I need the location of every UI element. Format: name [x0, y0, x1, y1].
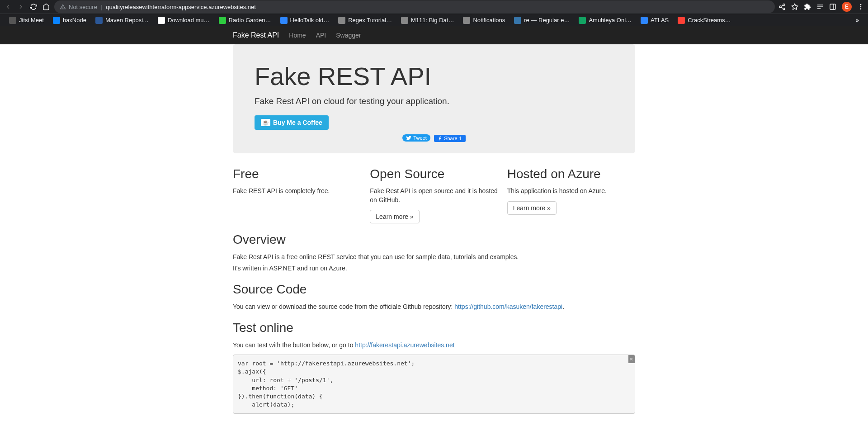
fb-share-button[interactable]: Share 1 [434, 135, 465, 142]
overview-text-2: It's written in ASP.NET and run on Azure… [233, 264, 635, 273]
bookmark-item[interactable]: M111: Big Dat… [397, 15, 458, 26]
bookmark-label: haxNode [63, 17, 86, 24]
bookmark-favicon [338, 17, 345, 24]
bookmark-item[interactable]: CrackStreams… [674, 15, 734, 26]
feature-title: Free [233, 167, 361, 181]
profile-avatar[interactable]: E [842, 2, 852, 12]
browser-chrome: Not secure | qualityreleasewithterraform… [0, 0, 868, 26]
bookmark-favicon [641, 17, 648, 24]
bookmark-favicon [158, 17, 165, 24]
overview-heading: Overview [233, 232, 635, 247]
feature-title: Hosted on Azure [507, 167, 635, 181]
bookmark-label: Regex Tutorial… [348, 17, 392, 24]
bookmark-item[interactable]: Download mu… [154, 15, 213, 26]
bookmark-favicon [463, 17, 470, 24]
page-viewport: Fake Rest API Home API Swagger Fake REST… [0, 26, 868, 440]
svg-point-1 [779, 6, 781, 8]
source-heading: Source Code [233, 282, 635, 297]
github-link[interactable]: https://github.com/kasuken/fakerestapi [454, 303, 562, 310]
extensions-icon[interactable] [804, 3, 811, 10]
toolbar-right: E [778, 2, 864, 12]
svg-marker-5 [792, 4, 797, 9]
test-heading: Test online [233, 321, 635, 335]
test-text: You can test with the button below, or g… [233, 341, 635, 350]
security-indicator: Not secure [60, 4, 97, 10]
bookmarks-overflow[interactable]: » [852, 15, 863, 25]
svg-point-0 [783, 4, 785, 5]
bookmark-favicon [678, 17, 685, 24]
bookmarks-bar: Jitsi Meet haxNode Maven Reposi… Downloa… [0, 14, 868, 26]
reading-list-icon[interactable] [816, 3, 824, 10]
site-navbar: Fake Rest API Home API Swagger [0, 26, 868, 44]
bookmark-item[interactable]: Maven Reposi… [92, 15, 152, 26]
bookmark-item[interactable]: Regex Tutorial… [335, 15, 396, 26]
page-subtitle: Fake Rest API on cloud for testing your … [255, 96, 613, 106]
features-row: FreeFake REST API is completely free.Ope… [233, 167, 635, 223]
bookmark-item[interactable]: ATLAS [637, 15, 672, 26]
svg-point-12 [860, 6, 862, 8]
bookmark-label: ATLAS [651, 17, 669, 24]
security-label: Not secure [69, 4, 97, 10]
bookmark-item[interactable]: haxNode [49, 15, 90, 26]
reload-button[interactable] [29, 2, 38, 11]
overview-section: Overview Fake Rest API is a free online … [233, 232, 635, 273]
panel-icon[interactable] [829, 3, 836, 10]
learn-more-button[interactable]: Learn more » [507, 201, 557, 215]
buy-coffee-button[interactable]: ☕ Buy Me a Coffee [255, 115, 329, 130]
test-link[interactable]: http://fakerestapi.azurewebsites.net [355, 341, 454, 349]
browser-toolbar: Not secure | qualityreleasewithterraform… [0, 0, 868, 14]
address-bar[interactable]: Not secure | qualityreleasewithterraform… [54, 0, 775, 13]
overview-text-1: Fake Rest API is a free online REST serv… [233, 252, 635, 262]
bookmark-label: Radio Garden… [229, 17, 271, 24]
menu-icon[interactable] [857, 3, 864, 10]
feature-title: Open Source [370, 167, 498, 181]
twitter-icon [406, 135, 411, 141]
bookmark-favicon [95, 17, 103, 24]
forward-button[interactable] [16, 2, 25, 11]
feature-text: Fake Rest API is open source and it is h… [370, 187, 498, 204]
learn-more-button[interactable]: Learn more » [370, 210, 419, 223]
bookmark-label: Jitsi Meet [19, 17, 44, 24]
code-corner-icon[interactable]: ⇱ [628, 355, 635, 363]
nav-api[interactable]: API [316, 32, 326, 39]
nav-home[interactable]: Home [289, 32, 306, 39]
back-button[interactable] [4, 2, 13, 11]
bookmark-item[interactable]: Jitsi Meet [5, 15, 47, 26]
bookmark-favicon [219, 17, 226, 24]
home-button[interactable] [42, 2, 51, 11]
bookmark-item[interactable]: Amubieya Onl… [575, 15, 635, 26]
bookmark-item[interactable]: Notifications [459, 15, 509, 26]
svg-line-4 [781, 5, 783, 6]
tweet-button[interactable]: Tweet [402, 134, 430, 142]
facebook-icon [438, 136, 442, 141]
bookmark-favicon [9, 17, 16, 24]
bookmark-label: HelloTalk old… [290, 17, 330, 24]
share-icon[interactable] [778, 3, 786, 10]
jumbotron: Fake REST API Fake Rest API on cloud for… [233, 44, 635, 153]
warning-icon [60, 4, 66, 10]
svg-rect-9 [830, 4, 835, 9]
test-section: Test online You can test with the button… [233, 321, 635, 414]
bookmark-label: re — Regular e… [524, 17, 570, 24]
feature-text: Fake REST API is completely free. [233, 187, 361, 196]
feature-col: FreeFake REST API is completely free. [233, 167, 361, 223]
bookmark-item[interactable]: Radio Garden… [215, 15, 275, 26]
svg-point-11 [860, 4, 862, 5]
feature-col: Open SourceFake Rest API is open source … [370, 167, 498, 223]
bookmark-item[interactable]: re — Regular e… [510, 15, 573, 26]
bookmark-label: Amubieya Onl… [589, 17, 632, 24]
bookmark-favicon [280, 17, 288, 24]
bookmark-label: Download mu… [168, 17, 210, 24]
bookmark-item[interactable]: HelloTalk old… [277, 15, 333, 26]
nav-swagger[interactable]: Swagger [336, 32, 361, 39]
source-text: You can view or download the source code… [233, 302, 635, 312]
feature-col: Hosted on AzureThis application is hoste… [507, 167, 635, 223]
bookmark-favicon [514, 17, 521, 24]
bookmark-label: Maven Reposi… [105, 17, 149, 24]
svg-point-2 [783, 8, 785, 10]
nav-brand[interactable]: Fake Rest API [233, 31, 279, 39]
feature-text: This application is hosted on Azure. [507, 187, 635, 196]
page-title: Fake REST API [255, 62, 613, 91]
star-icon[interactable] [791, 3, 798, 10]
source-section: Source Code You can view or download the… [233, 282, 635, 312]
